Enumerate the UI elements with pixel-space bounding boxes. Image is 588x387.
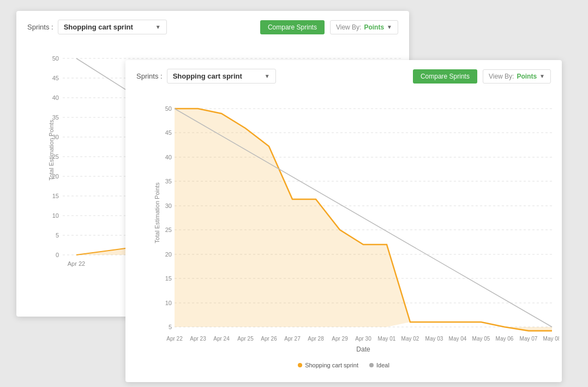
svg-text:50: 50 bbox=[52, 55, 59, 62]
svg-text:Apr 26: Apr 26 bbox=[261, 336, 277, 342]
legend-item-sprint: Shopping cart sprint bbox=[298, 362, 358, 368]
legend-item-ideal: Ideal bbox=[369, 362, 389, 368]
svg-text:May 06: May 06 bbox=[496, 336, 514, 342]
y-axis-label-back: Total Estimation Points bbox=[48, 120, 55, 181]
svg-text:5: 5 bbox=[56, 232, 59, 239]
svg-text:25: 25 bbox=[165, 227, 172, 233]
svg-text:Date: Date bbox=[356, 346, 370, 353]
legend-dot-sprint bbox=[298, 363, 302, 367]
svg-text:45: 45 bbox=[165, 129, 172, 136]
svg-text:Apr 23: Apr 23 bbox=[190, 336, 206, 342]
svg-text:45: 45 bbox=[52, 75, 59, 81]
sprint-name-back: Shopping cart sprint bbox=[64, 23, 133, 31]
chevron-down-icon-front: ▼ bbox=[265, 73, 270, 79]
sprint-name-front: Shopping cart sprint bbox=[173, 72, 242, 80]
svg-text:10: 10 bbox=[52, 212, 59, 219]
header-right-back: Compare Sprints View By: Points ▼ bbox=[260, 20, 398, 34]
svg-text:Apr 22: Apr 22 bbox=[166, 336, 183, 342]
svg-text:May 08: May 08 bbox=[543, 336, 559, 342]
sprints-label-front: Sprints : bbox=[136, 72, 163, 80]
svg-text:Apr 28: Apr 28 bbox=[308, 336, 324, 342]
svg-text:5: 5 bbox=[169, 324, 172, 330]
chevron-down-icon-viewby-front: ▼ bbox=[539, 73, 545, 79]
svg-text:May 05: May 05 bbox=[472, 336, 490, 342]
chevron-down-icon-viewby-back: ▼ bbox=[387, 24, 392, 30]
chart-legend: Shopping cart sprint Ideal bbox=[125, 362, 562, 373]
svg-text:May 04: May 04 bbox=[449, 336, 467, 342]
svg-text:Apr 29: Apr 29 bbox=[332, 336, 348, 342]
sprints-label-back: Sprints : bbox=[27, 23, 53, 31]
compare-sprints-button-front[interactable]: Compare Sprints bbox=[413, 69, 477, 84]
svg-text:May 02: May 02 bbox=[401, 336, 419, 342]
legend-label-sprint: Shopping cart sprint bbox=[305, 362, 358, 368]
svg-text:Apr 22: Apr 22 bbox=[68, 260, 85, 267]
svg-text:35: 35 bbox=[165, 178, 172, 184]
front-chart-svg: 50 45 40 35 30 25 20 15 10 5 bbox=[155, 98, 559, 360]
svg-text:30: 30 bbox=[165, 203, 172, 209]
front-card-header: Sprints : Shopping cart sprint ▼ Compare… bbox=[125, 60, 562, 92]
burndown-area-front bbox=[175, 109, 552, 332]
view-by-label-front: View By: bbox=[489, 73, 514, 80]
svg-text:40: 40 bbox=[165, 154, 172, 160]
svg-text:May 03: May 03 bbox=[425, 336, 443, 342]
view-by-dropdown-back[interactable]: View By: Points ▼ bbox=[330, 20, 398, 34]
view-by-label-back: View By: bbox=[336, 23, 361, 31]
view-by-value-front: Points bbox=[517, 73, 537, 80]
view-by-value-back: Points bbox=[364, 23, 384, 31]
sprint-select-back[interactable]: Shopping cart sprint ▼ bbox=[58, 20, 167, 34]
svg-text:Apr 24: Apr 24 bbox=[213, 336, 230, 342]
svg-text:10: 10 bbox=[165, 300, 172, 306]
back-card-header: Sprints : Shopping cart sprint ▼ Compare… bbox=[16, 11, 409, 43]
svg-text:15: 15 bbox=[165, 275, 172, 282]
sprint-select-front[interactable]: Shopping cart sprint ▼ bbox=[167, 69, 276, 84]
svg-text:May 01: May 01 bbox=[378, 336, 396, 342]
svg-text:40: 40 bbox=[52, 94, 59, 101]
svg-text:15: 15 bbox=[52, 193, 59, 199]
compare-sprints-button-back[interactable]: Compare Sprints bbox=[260, 20, 325, 34]
svg-text:Apr 30: Apr 30 bbox=[355, 336, 371, 342]
view-by-dropdown-front[interactable]: View By: Points ▼ bbox=[483, 69, 551, 84]
svg-text:50: 50 bbox=[165, 105, 172, 112]
y-axis-label-front: Total Estimation Points bbox=[154, 182, 160, 243]
svg-text:Apr 27: Apr 27 bbox=[284, 336, 301, 342]
front-card: Sprints : Shopping cart sprint ▼ Compare… bbox=[125, 60, 562, 382]
svg-text:20: 20 bbox=[165, 251, 172, 258]
x-axis-front: Apr 22 Apr 23 Apr 24 Apr 25 Apr 26 Apr 2… bbox=[166, 336, 559, 353]
chevron-down-icon-back: ▼ bbox=[155, 24, 161, 30]
svg-text:Apr 25: Apr 25 bbox=[237, 336, 254, 342]
svg-text:May 07: May 07 bbox=[520, 336, 538, 342]
legend-label-ideal: Ideal bbox=[376, 362, 389, 368]
svg-text:0: 0 bbox=[56, 252, 59, 258]
legend-dot-ideal bbox=[369, 363, 374, 367]
front-chart-area: Total Estimation Points 50 45 40 35 30 2… bbox=[125, 92, 562, 360]
header-right-front: Compare Sprints View By: Points ▼ bbox=[413, 69, 551, 84]
